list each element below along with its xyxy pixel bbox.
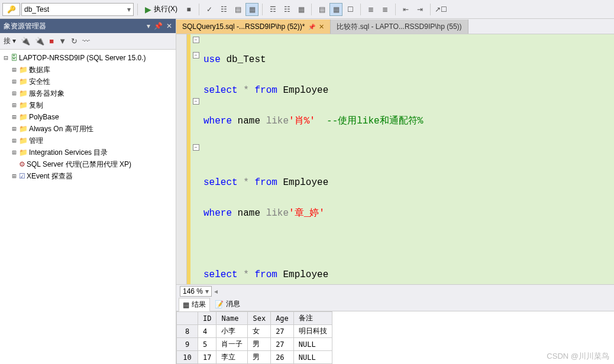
separator <box>199 4 199 15</box>
client-stats-icon[interactable]: ☷ <box>280 3 293 16</box>
tree-node[interactable]: ⊞📁Always On 高可用性 <box>0 123 176 135</box>
filter-icon[interactable]: ▼ <box>59 37 66 46</box>
fold-icon[interactable]: − <box>193 37 199 43</box>
explorer-toolbar: 接 ▾ 🔌 🔌 ■ ▼ ↻ 〰 <box>0 33 176 50</box>
fold-icon[interactable]: − <box>193 52 199 58</box>
tab-label: SQLQuery15.sql -...RSSD9IP\hp (52))* <box>182 22 305 31</box>
separator <box>262 4 263 15</box>
tree-node[interactable]: ⊞📁数据库 <box>0 64 176 76</box>
col-header[interactable]: ID <box>198 312 216 325</box>
separator <box>430 4 431 15</box>
results-text-icon[interactable]: ▤ <box>315 3 328 16</box>
live-stats-icon[interactable]: ▦ <box>295 3 308 16</box>
parse-icon[interactable]: ☷ <box>217 3 230 16</box>
result-tabs: ▦结果 📝消息 <box>176 297 614 311</box>
results-file-icon[interactable]: ☐ <box>344 3 357 16</box>
uncomment-icon[interactable]: ≣ <box>379 3 392 16</box>
tree-node[interactable]: ⚙SQL Server 代理(已禁用代理 XP) <box>0 158 176 170</box>
outdent-icon[interactable]: ⇥ <box>413 3 426 16</box>
panel-title-bar: 象资源管理器 ▾ 📌 ✕ <box>0 19 176 33</box>
tree-node[interactable]: ⊞📁Integration Services 目录 <box>0 147 176 158</box>
include-plan-icon[interactable]: ▦ <box>245 3 258 16</box>
zoom-bar: 146 % ▾ ◂ <box>176 284 614 297</box>
col-header[interactable]: Sex <box>248 312 271 325</box>
stats-icon[interactable]: ☶ <box>266 3 279 16</box>
debug-button[interactable]: ■ <box>182 3 195 16</box>
sql-editor[interactable]: − − − − use db_Test select * from Employ… <box>176 34 614 284</box>
gutter <box>176 34 187 284</box>
disconnect-icon[interactable]: 🔌 <box>35 37 44 46</box>
separator <box>311 4 312 15</box>
tree-node[interactable]: ⊞📁PolyBase <box>0 111 176 123</box>
display-plan-icon[interactable]: ▤ <box>231 3 244 16</box>
schema-dropdown[interactable]: 🔑 <box>2 3 20 16</box>
pin-icon[interactable]: 📌 <box>154 22 163 30</box>
table-row[interactable]: 1017李立男26NULL <box>177 351 332 364</box>
close-icon[interactable]: ✕ <box>319 23 324 31</box>
main-toolbar: 🔑 db_Test▾ ▶执行(X) ■ ✓ ☷ ▤ ▦ ☶ ☷ ▦ ▤ ▦ ☐ … <box>0 0 614 19</box>
fold-column: − − − − <box>190 34 201 284</box>
separator <box>137 4 138 15</box>
col-header[interactable] <box>177 312 198 325</box>
tree-node[interactable]: ⊞☑XEvent 探查器 <box>0 170 176 182</box>
indent-icon[interactable]: ⇤ <box>399 3 412 16</box>
tree-node[interactable]: ⊞📁复制 <box>0 99 176 111</box>
separator <box>395 4 396 15</box>
server-node[interactable]: ⊟🗄LAPTOP-NRSSD9IP (SQL Server 15.0.) <box>0 52 176 64</box>
check-icon[interactable]: ✓ <box>203 3 216 16</box>
object-explorer-panel: 象资源管理器 ▾ 📌 ✕ 接 ▾ 🔌 🔌 ■ ▼ ↻ 〰 ⊟🗄LAPTOP-NR… <box>0 19 176 364</box>
connect-button[interactable]: 接 ▾ <box>4 36 16 46</box>
editor-panel: SQLQuery15.sql -...RSSD9IP\hp (52))* 📌 ✕… <box>176 19 614 364</box>
tree-node[interactable]: ⊞📁服务器对象 <box>0 87 176 99</box>
message-icon: 📝 <box>215 300 224 308</box>
panel-title: 象资源管理器 <box>4 21 46 31</box>
close-icon[interactable]: ✕ <box>166 22 172 30</box>
fold-icon[interactable]: − <box>193 98 199 105</box>
messages-tab[interactable]: 📝消息 <box>211 298 244 310</box>
tab-label: 比较符.sql - LAPTO...RSSD9IP\hp (55)) <box>337 22 461 32</box>
connect-icon[interactable]: 🔌 <box>21 37 30 46</box>
comment-icon[interactable]: ≣ <box>364 3 377 16</box>
play-icon: ▶ <box>145 5 151 14</box>
specify-icon[interactable]: ↗☐ <box>434 3 447 16</box>
tab-other[interactable]: 比较符.sql - LAPTO...RSSD9IP\hp (55)) <box>331 20 468 34</box>
zoom-dropdown[interactable]: 146 % ▾ <box>180 286 212 297</box>
code-area[interactable]: use db_Test select * from Employee where… <box>201 34 614 284</box>
dropdown-icon[interactable]: ▾ <box>147 22 150 30</box>
activity-icon[interactable]: 〰 <box>82 37 90 46</box>
col-header[interactable]: Name <box>216 312 248 325</box>
tree-node[interactable]: ⊞📁管理 <box>0 135 176 147</box>
results-tab[interactable]: ▦结果 <box>179 298 210 311</box>
col-header[interactable]: 备注 <box>293 312 332 325</box>
tree-node[interactable]: ⊞📁安全性 <box>0 76 176 87</box>
table-row[interactable]: 95肖一子男27NULL <box>177 338 332 351</box>
stop-icon[interactable]: ■ <box>49 37 54 46</box>
tab-active[interactable]: SQLQuery15.sql -...RSSD9IP\hp (52))* 📌 ✕ <box>176 20 331 34</box>
grid-icon: ▦ <box>183 301 189 309</box>
object-tree[interactable]: ⊟🗄LAPTOP-NRSSD9IP (SQL Server 15.0.) ⊞📁数… <box>0 50 176 364</box>
refresh-icon[interactable]: ↻ <box>71 37 77 46</box>
database-dropdown[interactable]: db_Test▾ <box>21 3 134 16</box>
watermark: CSDN @川川菜鸟 <box>547 351 609 362</box>
table-row[interactable]: 84小李女27明日科技 <box>177 325 332 338</box>
results-grid-icon[interactable]: ▦ <box>329 3 342 16</box>
fold-icon[interactable]: − <box>193 144 199 151</box>
separator <box>360 4 361 15</box>
execute-button[interactable]: ▶执行(X) <box>141 3 181 16</box>
pin-icon[interactable]: 📌 <box>308 24 315 30</box>
document-tabs: SQLQuery15.sql -...RSSD9IP\hp (52))* 📌 ✕… <box>176 19 614 34</box>
col-header[interactable]: Age <box>271 312 294 325</box>
